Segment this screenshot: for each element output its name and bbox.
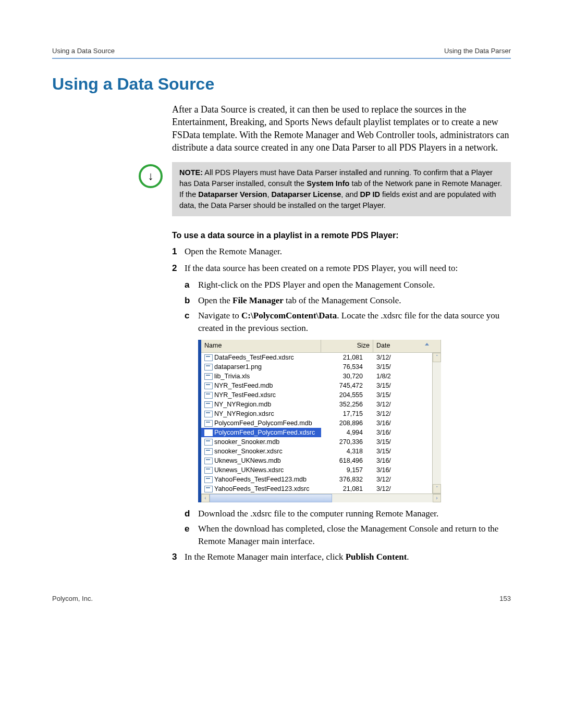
step-2d-text: Download the .xdsrc file to the computer…: [198, 508, 511, 520]
file-name: YahooFeeds_TestFeed123.mdb: [214, 476, 307, 483]
vertical-scrollbar[interactable]: ˄ ˅: [432, 353, 441, 493]
file-row[interactable]: Uknews_UKNews.xdsrc9,1573/16/: [201, 465, 441, 475]
file-name-cell: PolycomFeed_PolycomFeed.xdsrc: [201, 428, 321, 437]
file-size-cell: 4,994: [321, 428, 373, 437]
step-2e: e When the download has completed, close…: [185, 523, 511, 548]
file-name: dataparser1.png: [214, 363, 262, 371]
note-block: ↓ NOTE: All PDS Players must have Data P…: [52, 162, 511, 216]
step-2a-label: a: [185, 279, 198, 291]
note-text-4: , and: [341, 190, 360, 199]
file-name-cell: snooker_Snooker.xdsrc: [201, 447, 321, 456]
step-3-bold: Publish Content: [346, 552, 407, 562]
horizontal-scrollbar[interactable]: ‹ ›: [201, 493, 441, 502]
file-row[interactable]: Uknews_UKNews.mdb618,4963/16/: [201, 456, 441, 465]
procedure-heading: To use a data source in a playlist in a …: [172, 231, 511, 240]
file-row[interactable]: snooker_Snooker.mdb270,3363/15/: [201, 437, 441, 447]
note-text-3: ,: [267, 190, 271, 199]
file-row[interactable]: NY_NYRegion.xdsrc17,7153/12/: [201, 409, 441, 418]
file-row[interactable]: NY_NYRegion.mdb352,2563/12/: [201, 400, 441, 409]
file-name: lib_Trivia.xls: [214, 373, 250, 380]
step-2e-label: e: [185, 523, 198, 548]
file-size-cell: 76,534: [321, 362, 373, 372]
file-name-cell: NY_NYRegion.xdsrc: [201, 409, 321, 418]
file-icon: [204, 411, 213, 417]
hscroll-thumb[interactable]: [210, 494, 332, 502]
file-row[interactable]: dataparser1.png76,5343/15/: [201, 362, 441, 372]
step-2b-t2: tab of the Management Console.: [284, 295, 401, 305]
file-size-cell: 4,318: [321, 447, 373, 456]
col-header-size[interactable]: Size: [321, 340, 373, 353]
scroll-left-button[interactable]: ‹: [201, 494, 210, 502]
file-size-cell: 204,555: [321, 390, 373, 400]
file-icon: [204, 354, 213, 361]
page-header: Using a Data Source Using the Data Parse…: [52, 47, 511, 59]
step-2c: c Navigate to C:\PolycomContent\Data. Lo…: [185, 310, 511, 335]
file-row[interactable]: PolycomFeed_PolycomFeed.xdsrc4,9943/16/: [201, 428, 441, 437]
file-list-header: Name Size Date: [201, 340, 441, 353]
file-date-cell: 3/12/: [373, 409, 441, 418]
hscroll-track[interactable]: [210, 494, 433, 502]
file-manager-screenshot: Name Size Date DataFeeds_TestFeed.xdsrc2…: [198, 340, 441, 502]
file-size-cell: 208,896: [321, 418, 373, 428]
file-row[interactable]: snooker_Snooker.xdsrc4,3183/15/: [201, 447, 441, 456]
step-2-text: If the data source has been created on a…: [185, 262, 511, 275]
file-icon: [204, 467, 213, 474]
file-name: PolycomFeed_PolycomFeed.mdb: [214, 419, 312, 427]
step-2b-label: b: [185, 294, 198, 307]
step-1-text: Open the Remote Manager.: [185, 245, 511, 258]
file-name-cell: NYR_TestFeed.mdb: [201, 381, 321, 390]
footer-page-number: 153: [499, 595, 511, 602]
header-right: Using the Data Parser: [444, 47, 511, 55]
scroll-right-button[interactable]: ›: [433, 494, 441, 502]
file-name: YahooFeeds_TestFeed123.xdsrc: [214, 485, 310, 492]
step-2b-bold: File Manager: [232, 295, 284, 305]
col-header-date[interactable]: Date: [373, 340, 441, 353]
header-left: Using a Data Source: [52, 47, 115, 55]
file-date-cell: 3/16/: [373, 456, 441, 465]
step-3-num: 3: [172, 551, 185, 563]
file-date-cell: 3/15/: [373, 437, 441, 447]
file-name: NY_NYRegion.xdsrc: [214, 410, 274, 417]
sort-ascending-icon: [425, 343, 429, 346]
file-icon: [204, 476, 213, 483]
file-name-cell: NY_NYRegion.mdb: [201, 400, 321, 409]
file-row[interactable]: YahooFeeds_TestFeed123.xdsrc21,0813/12/: [201, 484, 441, 493]
file-name-cell: DataFeeds_TestFeed.xdsrc: [201, 353, 321, 362]
file-date-cell: 3/15/: [373, 447, 441, 456]
file-name-cell: lib_Trivia.xls: [201, 372, 321, 381]
file-size-cell: 30,720: [321, 372, 373, 381]
col-header-name[interactable]: Name: [201, 340, 321, 353]
note-bold-dp-version: Dataparser Version: [198, 190, 267, 199]
file-row[interactable]: PolycomFeed_PolycomFeed.mdb208,8963/16/: [201, 418, 441, 428]
file-row[interactable]: NYR_TestFeed.xdsrc204,5553/15/: [201, 390, 441, 400]
step-2d: d Download the .xdsrc file to the comput…: [185, 508, 511, 520]
file-size-cell: 21,081: [321, 484, 373, 493]
file-icon: [204, 401, 213, 408]
note-bold-dp-id: DP ID: [360, 190, 380, 199]
scroll-down-button[interactable]: ˅: [433, 484, 441, 493]
step-2-num: 2: [172, 262, 185, 275]
step-3-text: In the Remote Manager main interface, cl…: [185, 551, 511, 563]
step-2d-label: d: [185, 508, 198, 520]
file-row[interactable]: YahooFeeds_TestFeed123.mdb376,8323/12/: [201, 475, 441, 484]
scroll-track[interactable]: [433, 362, 441, 484]
file-icon: [204, 420, 213, 427]
file-icon: [204, 458, 213, 464]
file-date-cell: 3/15/: [373, 362, 441, 372]
step-3-t1: In the Remote Manager main interface, cl…: [185, 552, 346, 562]
note-bold-dp-license: Dataparser License: [272, 190, 341, 199]
file-name-cell: Uknews_UKNews.xdsrc: [201, 465, 321, 475]
file-icon: [204, 486, 213, 492]
file-icon: [204, 392, 213, 399]
footer-company: Polycom, Inc.: [52, 595, 93, 602]
step-2a-text: Right-click on the PDS Player and open t…: [198, 279, 511, 291]
file-date-cell: 3/16/: [373, 465, 441, 475]
file-row[interactable]: lib_Trivia.xls30,7201/8/2: [201, 372, 441, 381]
scroll-up-button[interactable]: ˄: [433, 353, 441, 362]
note-label: NOTE:: [179, 168, 203, 177]
file-icon: [204, 382, 213, 389]
note-bold-system-info: System Info: [307, 179, 349, 188]
file-row[interactable]: NYR_TestFeed.mdb745,4723/15/: [201, 381, 441, 390]
file-row[interactable]: DataFeeds_TestFeed.xdsrc21,0813/12/: [201, 353, 441, 362]
file-date-cell: 3/15/: [373, 381, 441, 390]
